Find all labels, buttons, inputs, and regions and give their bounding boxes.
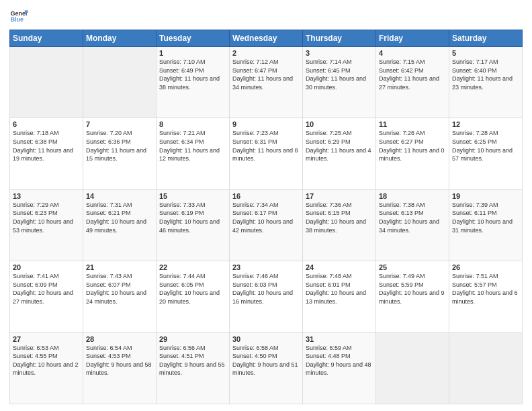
day-info: Sunrise: 7:43 AM Sunset: 6:07 PM Dayligh… (86, 272, 153, 306)
day-info: Sunrise: 6:56 AM Sunset: 4:51 PM Dayligh… (159, 344, 226, 377)
day-info: Sunrise: 7:26 AM Sunset: 6:27 PM Dayligh… (379, 129, 446, 163)
calendar-cell: 30Sunrise: 6:58 AM Sunset: 4:50 PM Dayli… (230, 332, 303, 404)
calendar-cell: 15Sunrise: 7:33 AM Sunset: 6:19 PM Dayli… (157, 189, 230, 261)
day-number: 25 (379, 263, 446, 271)
day-number: 7 (86, 120, 153, 128)
day-number: 9 (232, 120, 300, 128)
calendar-cell: 9Sunrise: 7:23 AM Sunset: 6:31 PM Daylig… (230, 118, 303, 189)
day-number: 30 (232, 335, 300, 343)
day-info: Sunrise: 7:23 AM Sunset: 6:31 PM Dayligh… (232, 129, 300, 163)
week-row: 27Sunrise: 6:53 AM Sunset: 4:55 PM Dayli… (10, 332, 523, 404)
day-number: 13 (13, 192, 80, 200)
day-number: 8 (159, 120, 226, 128)
day-number: 12 (452, 120, 519, 128)
day-number: 11 (379, 120, 446, 128)
calendar-cell: 14Sunrise: 7:31 AM Sunset: 6:21 PM Dayli… (83, 189, 157, 261)
day-number: 19 (452, 192, 519, 200)
header: General Blue (9, 7, 523, 26)
calendar-cell: 17Sunrise: 7:36 AM Sunset: 6:15 PM Dayli… (303, 189, 376, 261)
day-info: Sunrise: 7:44 AM Sunset: 6:05 PM Dayligh… (159, 272, 226, 306)
calendar-cell: 22Sunrise: 7:44 AM Sunset: 6:05 PM Dayli… (157, 261, 230, 332)
day-info: Sunrise: 7:10 AM Sunset: 6:49 PM Dayligh… (159, 58, 226, 91)
week-row: 6Sunrise: 7:18 AM Sunset: 6:38 PM Daylig… (10, 118, 523, 189)
calendar-cell: 20Sunrise: 7:41 AM Sunset: 6:09 PM Dayli… (10, 261, 83, 332)
day-number: 27 (13, 335, 80, 343)
day-info: Sunrise: 7:36 AM Sunset: 6:15 PM Dayligh… (306, 201, 373, 234)
day-info: Sunrise: 7:28 AM Sunset: 6:25 PM Dayligh… (452, 129, 519, 163)
calendar-cell: 18Sunrise: 7:38 AM Sunset: 6:13 PM Dayli… (376, 189, 449, 261)
calendar-cell (376, 332, 449, 404)
calendar-cell: 6Sunrise: 7:18 AM Sunset: 6:38 PM Daylig… (10, 118, 83, 189)
calendar-cell: 29Sunrise: 6:56 AM Sunset: 4:51 PM Dayli… (157, 332, 230, 404)
calendar-cell: 12Sunrise: 7:28 AM Sunset: 6:25 PM Dayli… (449, 118, 523, 189)
day-number: 6 (13, 120, 80, 128)
day-number: 29 (159, 335, 226, 343)
day-info: Sunrise: 7:41 AM Sunset: 6:09 PM Dayligh… (13, 272, 80, 306)
day-info: Sunrise: 7:21 AM Sunset: 6:34 PM Dayligh… (159, 129, 226, 163)
day-number: 31 (306, 335, 373, 343)
day-header-saturday: Saturday (449, 30, 523, 47)
day-header-friday: Friday (376, 30, 449, 47)
calendar-cell (83, 47, 157, 118)
day-number: 5 (452, 49, 519, 57)
calendar-cell: 4Sunrise: 7:15 AM Sunset: 6:42 PM Daylig… (376, 47, 449, 118)
day-number: 28 (86, 335, 153, 343)
day-info: Sunrise: 7:12 AM Sunset: 6:47 PM Dayligh… (232, 58, 300, 91)
day-number: 20 (13, 263, 80, 271)
calendar-cell: 28Sunrise: 6:54 AM Sunset: 4:53 PM Dayli… (83, 332, 157, 404)
day-number: 16 (232, 192, 300, 200)
day-number: 21 (86, 263, 153, 271)
day-number: 17 (306, 192, 373, 200)
week-row: 20Sunrise: 7:41 AM Sunset: 6:09 PM Dayli… (10, 261, 523, 332)
day-header-thursday: Thursday (303, 30, 376, 47)
day-info: Sunrise: 7:20 AM Sunset: 6:36 PM Dayligh… (86, 129, 153, 163)
day-info: Sunrise: 7:17 AM Sunset: 6:40 PM Dayligh… (452, 58, 519, 91)
calendar-cell: 7Sunrise: 7:20 AM Sunset: 6:36 PM Daylig… (83, 118, 157, 189)
day-number: 2 (232, 49, 300, 57)
day-number: 24 (306, 263, 373, 271)
day-number: 18 (379, 192, 446, 200)
day-info: Sunrise: 7:31 AM Sunset: 6:21 PM Dayligh… (86, 201, 153, 234)
day-number: 3 (306, 49, 373, 57)
day-number: 26 (452, 263, 519, 271)
day-header-wednesday: Wednesday (230, 30, 303, 47)
day-info: Sunrise: 7:25 AM Sunset: 6:29 PM Dayligh… (306, 129, 373, 163)
calendar-cell: 23Sunrise: 7:46 AM Sunset: 6:03 PM Dayli… (230, 261, 303, 332)
calendar-cell: 21Sunrise: 7:43 AM Sunset: 6:07 PM Dayli… (83, 261, 157, 332)
calendar-cell: 11Sunrise: 7:26 AM Sunset: 6:27 PM Dayli… (376, 118, 449, 189)
day-number: 14 (86, 192, 153, 200)
day-info: Sunrise: 7:46 AM Sunset: 6:03 PM Dayligh… (232, 272, 300, 306)
calendar-cell: 19Sunrise: 7:39 AM Sunset: 6:11 PM Dayli… (449, 189, 523, 261)
day-number: 15 (159, 192, 226, 200)
day-info: Sunrise: 6:54 AM Sunset: 4:53 PM Dayligh… (86, 344, 153, 377)
day-info: Sunrise: 7:38 AM Sunset: 6:13 PM Dayligh… (379, 201, 446, 234)
day-info: Sunrise: 7:29 AM Sunset: 6:23 PM Dayligh… (13, 201, 80, 234)
logo-icon: General Blue (9, 7, 28, 26)
day-info: Sunrise: 7:39 AM Sunset: 6:11 PM Dayligh… (452, 201, 519, 234)
day-info: Sunrise: 6:59 AM Sunset: 4:48 PM Dayligh… (306, 344, 373, 377)
calendar-cell: 5Sunrise: 7:17 AM Sunset: 6:40 PM Daylig… (449, 47, 523, 118)
calendar-cell (449, 332, 523, 404)
calendar-cell: 27Sunrise: 6:53 AM Sunset: 4:55 PM Dayli… (10, 332, 83, 404)
week-row: 13Sunrise: 7:29 AM Sunset: 6:23 PM Dayli… (10, 189, 523, 261)
day-info: Sunrise: 7:49 AM Sunset: 5:59 PM Dayligh… (379, 272, 446, 306)
day-number: 1 (159, 49, 226, 57)
calendar-cell: 26Sunrise: 7:51 AM Sunset: 5:57 PM Dayli… (449, 261, 523, 332)
calendar-cell: 31Sunrise: 6:59 AM Sunset: 4:48 PM Dayli… (303, 332, 376, 404)
calendar-cell: 25Sunrise: 7:49 AM Sunset: 5:59 PM Dayli… (376, 261, 449, 332)
day-info: Sunrise: 6:58 AM Sunset: 4:50 PM Dayligh… (232, 344, 300, 377)
day-header-tuesday: Tuesday (157, 30, 230, 47)
day-info: Sunrise: 7:14 AM Sunset: 6:45 PM Dayligh… (306, 58, 373, 91)
logo: General Blue (9, 7, 28, 26)
calendar-cell: 24Sunrise: 7:48 AM Sunset: 6:01 PM Dayli… (303, 261, 376, 332)
day-info: Sunrise: 7:15 AM Sunset: 6:42 PM Dayligh… (379, 58, 446, 91)
calendar-cell (10, 47, 83, 118)
day-info: Sunrise: 6:53 AM Sunset: 4:55 PM Dayligh… (13, 344, 80, 377)
day-number: 10 (306, 120, 373, 128)
week-row: 1Sunrise: 7:10 AM Sunset: 6:49 PM Daylig… (10, 47, 523, 118)
day-header-sunday: Sunday (10, 30, 83, 47)
day-info: Sunrise: 7:51 AM Sunset: 5:57 PM Dayligh… (452, 272, 519, 306)
day-number: 4 (379, 49, 446, 57)
calendar-cell: 16Sunrise: 7:34 AM Sunset: 6:17 PM Dayli… (230, 189, 303, 261)
day-info: Sunrise: 7:18 AM Sunset: 6:38 PM Dayligh… (13, 129, 80, 163)
